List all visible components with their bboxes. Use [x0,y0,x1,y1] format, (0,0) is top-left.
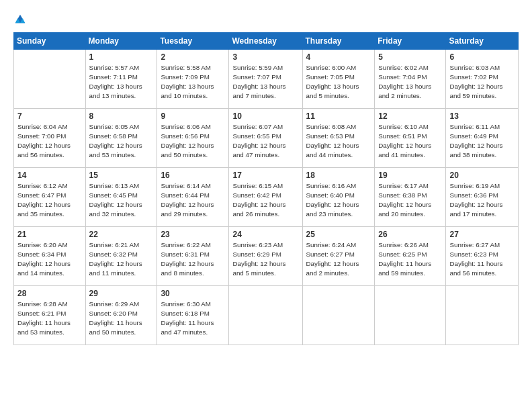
cell-date-number: 27 [449,230,515,239]
calendar-cell: 16Sunrise: 6:14 AMSunset: 6:44 PMDayligh… [157,167,229,226]
weekday-header-wednesday: Wednesday [229,32,302,49]
calendar-cell: 21Sunrise: 6:20 AMSunset: 6:34 PMDayligh… [14,226,86,285]
weekday-header-sunday: Sunday [14,32,86,49]
cell-info-text: Sunrise: 6:27 AMSunset: 6:23 PMDaylight:… [449,240,515,279]
cell-date-number: 15 [89,171,154,180]
calendar-cell [14,49,86,108]
calendar-cell: 24Sunrise: 6:23 AMSunset: 6:29 PMDayligh… [229,226,302,285]
cell-date-number: 10 [232,111,298,121]
calendar-week-3: 14Sunrise: 6:12 AMSunset: 6:47 PMDayligh… [14,167,519,226]
logo [13,12,26,26]
calendar-header: SundayMondayTuesdayWednesdayThursdayFrid… [14,32,519,49]
cell-date-number: 14 [17,171,82,180]
calendar-cell: 20Sunrise: 6:19 AMSunset: 6:36 PMDayligh… [446,167,519,226]
cell-info-text: Sunrise: 6:07 AMSunset: 6:55 PMDaylight:… [232,122,298,161]
calendar-week-5: 28Sunrise: 6:28 AMSunset: 6:21 PMDayligh… [14,285,519,345]
calendar-cell: 22Sunrise: 6:21 AMSunset: 6:32 PMDayligh… [85,226,157,285]
cell-info-text: Sunrise: 6:16 AMSunset: 6:40 PMDaylight:… [306,181,371,220]
calendar-cell: 10Sunrise: 6:07 AMSunset: 6:55 PMDayligh… [229,108,302,167]
header [13,12,519,26]
calendar-cell: 1Sunrise: 5:57 AMSunset: 7:11 PMDaylight… [85,49,157,108]
cell-date-number: 12 [378,111,442,121]
cell-info-text: Sunrise: 6:13 AMSunset: 6:45 PMDaylight:… [89,181,154,220]
cell-info-text: Sunrise: 6:26 AMSunset: 6:25 PMDaylight:… [378,240,442,279]
cell-date-number: 17 [232,171,298,180]
cell-date-number: 20 [449,171,515,180]
calendar-cell: 17Sunrise: 6:15 AMSunset: 6:42 PMDayligh… [229,167,302,226]
calendar-cell: 18Sunrise: 6:16 AMSunset: 6:40 PMDayligh… [302,167,375,226]
cell-date-number: 22 [89,230,154,239]
cell-date-number: 24 [232,230,298,239]
calendar-cell [302,285,375,345]
cell-info-text: Sunrise: 6:29 AMSunset: 6:20 PMDaylight:… [89,300,154,338]
calendar-cell: 8Sunrise: 6:05 AMSunset: 6:58 PMDaylight… [85,108,157,167]
cell-info-text: Sunrise: 6:19 AMSunset: 6:36 PMDaylight:… [449,181,515,220]
cell-info-text: Sunrise: 5:58 AMSunset: 7:09 PMDaylight:… [161,63,225,101]
cell-info-text: Sunrise: 6:12 AMSunset: 6:47 PMDaylight:… [17,181,82,220]
cell-info-text: Sunrise: 5:59 AMSunset: 7:07 PMDaylight:… [232,63,298,101]
cell-info-text: Sunrise: 6:15 AMSunset: 6:42 PMDaylight:… [232,181,298,220]
page: SundayMondayTuesdayWednesdayThursdayFrid… [0,0,532,411]
cell-date-number: 29 [89,289,154,298]
weekday-header-tuesday: Tuesday [157,32,229,49]
cell-date-number: 7 [17,111,82,121]
calendar-cell: 3Sunrise: 5:59 AMSunset: 7:07 PMDaylight… [229,49,302,108]
cell-date-number: 30 [161,289,225,298]
weekday-header-friday: Friday [375,32,446,49]
calendar-cell: 30Sunrise: 6:30 AMSunset: 6:18 PMDayligh… [157,285,229,345]
cell-date-number: 13 [449,111,515,121]
cell-date-number: 9 [161,111,225,121]
cell-date-number: 23 [161,230,225,239]
calendar-cell: 27Sunrise: 6:27 AMSunset: 6:23 PMDayligh… [446,226,519,285]
weekday-header-monday: Monday [85,32,157,49]
cell-date-number: 25 [306,230,371,239]
cell-date-number: 2 [161,52,225,62]
calendar-cell [375,285,446,345]
calendar-cell: 28Sunrise: 6:28 AMSunset: 6:21 PMDayligh… [14,285,86,345]
cell-info-text: Sunrise: 6:08 AMSunset: 6:53 PMDaylight:… [306,122,371,161]
cell-info-text: Sunrise: 6:22 AMSunset: 6:31 PMDaylight:… [161,240,225,279]
logo-text [13,12,26,26]
cell-info-text: Sunrise: 6:14 AMSunset: 6:44 PMDaylight:… [161,181,225,220]
calendar-cell: 25Sunrise: 6:24 AMSunset: 6:27 PMDayligh… [302,226,375,285]
cell-date-number: 16 [161,171,225,180]
calendar-cell: 7Sunrise: 6:04 AMSunset: 7:00 PMDaylight… [14,108,86,167]
calendar-cell: 2Sunrise: 5:58 AMSunset: 7:09 PMDaylight… [157,49,229,108]
cell-info-text: Sunrise: 6:21 AMSunset: 6:32 PMDaylight:… [89,240,154,279]
weekday-header-saturday: Saturday [446,32,519,49]
calendar-cell: 6Sunrise: 6:03 AMSunset: 7:02 PMDaylight… [446,49,519,108]
calendar-week-4: 21Sunrise: 6:20 AMSunset: 6:34 PMDayligh… [14,226,519,285]
calendar-cell [229,285,302,345]
cell-info-text: Sunrise: 6:17 AMSunset: 6:38 PMDaylight:… [378,181,442,220]
calendar-cell: 14Sunrise: 6:12 AMSunset: 6:47 PMDayligh… [14,167,86,226]
cell-info-text: Sunrise: 6:02 AMSunset: 7:04 PMDaylight:… [378,63,442,101]
cell-date-number: 3 [232,52,298,62]
cell-date-number: 11 [306,111,371,121]
cell-info-text: Sunrise: 6:06 AMSunset: 6:56 PMDaylight:… [161,122,225,161]
calendar-table: SundayMondayTuesdayWednesdayThursdayFrid… [13,32,519,345]
cell-info-text: Sunrise: 6:30 AMSunset: 6:18 PMDaylight:… [161,300,225,338]
calendar-cell: 26Sunrise: 6:26 AMSunset: 6:25 PMDayligh… [375,226,446,285]
calendar-cell: 11Sunrise: 6:08 AMSunset: 6:53 PMDayligh… [302,108,375,167]
cell-date-number: 6 [449,52,515,62]
calendar-cell: 15Sunrise: 6:13 AMSunset: 6:45 PMDayligh… [85,167,157,226]
calendar-cell: 29Sunrise: 6:29 AMSunset: 6:20 PMDayligh… [85,285,157,345]
cell-info-text: Sunrise: 6:23 AMSunset: 6:29 PMDaylight:… [232,240,298,279]
cell-date-number: 19 [378,171,442,180]
cell-date-number: 18 [306,171,371,180]
cell-info-text: Sunrise: 6:24 AMSunset: 6:27 PMDaylight:… [306,240,371,279]
calendar-cell: 5Sunrise: 6:02 AMSunset: 7:04 PMDaylight… [375,49,446,108]
calendar-cell: 4Sunrise: 6:00 AMSunset: 7:05 PMDaylight… [302,49,375,108]
calendar-week-1: 1Sunrise: 5:57 AMSunset: 7:11 PMDaylight… [14,49,519,108]
cell-date-number: 26 [378,230,442,239]
weekday-header-thursday: Thursday [302,32,375,49]
cell-date-number: 5 [378,52,442,62]
cell-info-text: Sunrise: 6:28 AMSunset: 6:21 PMDaylight:… [17,300,82,338]
calendar-week-2: 7Sunrise: 6:04 AMSunset: 7:00 PMDaylight… [14,108,519,167]
cell-date-number: 28 [17,289,82,298]
cell-date-number: 1 [89,52,154,62]
calendar-cell: 9Sunrise: 6:06 AMSunset: 6:56 PMDaylight… [157,108,229,167]
cell-info-text: Sunrise: 6:05 AMSunset: 6:58 PMDaylight:… [89,122,154,161]
calendar-cell: 13Sunrise: 6:11 AMSunset: 6:49 PMDayligh… [446,108,519,167]
calendar-body: 1Sunrise: 5:57 AMSunset: 7:11 PMDaylight… [14,49,519,345]
